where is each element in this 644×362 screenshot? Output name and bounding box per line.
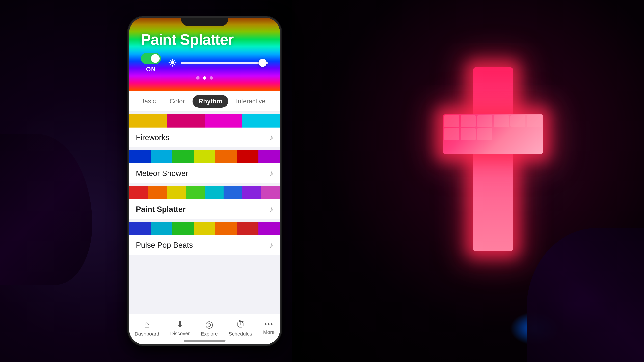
color-seg — [194, 222, 216, 235]
dashboard-icon: ⌂ — [144, 319, 150, 330]
led-cross — [443, 67, 544, 251]
color-seg — [242, 114, 280, 128]
effect-paint-splatter[interactable]: Paint Splatter ♪ — [129, 186, 280, 219]
pulse-pop-beats-color-strip — [129, 222, 280, 235]
app-title: Paint Splatter — [141, 31, 234, 48]
more-icon: ••• — [264, 321, 273, 328]
color-seg — [215, 150, 237, 163]
led-cell — [477, 128, 492, 140]
pagination-dot-2[interactable] — [203, 76, 206, 80]
phone-notch — [181, 17, 228, 26]
meteor-shower-color-strip — [129, 150, 280, 163]
nav-explore[interactable]: ◎ Explore — [201, 319, 218, 337]
color-seg — [148, 186, 167, 199]
color-seg — [172, 150, 194, 163]
tab-interactive[interactable]: Interactive — [230, 95, 271, 108]
color-seg — [224, 186, 242, 199]
explore-label: Explore — [201, 331, 218, 337]
home-indicator — [184, 340, 226, 342]
color-seg — [129, 222, 151, 235]
color-seg — [237, 150, 258, 163]
color-seg — [167, 186, 186, 199]
led-cell — [494, 115, 509, 127]
led-cell — [461, 128, 476, 140]
cross-horizontal — [443, 114, 544, 154]
brightness-thumb — [258, 59, 267, 67]
tab-basic[interactable]: Basic — [134, 95, 162, 108]
paint-splatter-row: Paint Splatter ♪ — [129, 199, 280, 219]
led-display — [434, 59, 552, 277]
nav-more[interactable]: ••• More — [263, 321, 274, 335]
effect-fireworks[interactable]: Fireworks ♪ — [129, 114, 280, 147]
toggle-label: ON — [146, 66, 156, 73]
effect-pulse-pop-beats[interactable]: Pulse Pop Beats ♪ — [129, 222, 280, 255]
brightness-group: ☀ — [168, 57, 268, 69]
white-content-area: Basic Color Rhythm Interactive — [129, 91, 280, 345]
color-seg — [242, 186, 261, 199]
effects-list: Fireworks ♪ — [129, 111, 280, 318]
dashboard-label: Dashboard — [135, 331, 159, 337]
fireworks-color-strip — [129, 114, 280, 128]
pulse-pop-beats-label: Pulse Pop Beats — [136, 241, 193, 250]
discover-icon: ⬇ — [176, 319, 184, 329]
led-cell — [527, 115, 542, 127]
color-seg — [151, 222, 172, 235]
color-seg — [172, 222, 194, 235]
led-cell — [444, 115, 459, 127]
paint-splatter-label: Paint Splatter — [136, 205, 186, 214]
paint-splatter-music-icon: ♪ — [269, 204, 273, 214]
led-cell — [477, 115, 492, 127]
pulse-pop-beats-music-icon: ♪ — [269, 240, 273, 250]
color-seg — [129, 114, 167, 128]
meteor-shower-label: Meteor Shower — [136, 169, 188, 178]
color-seg — [167, 114, 204, 128]
color-seg — [129, 150, 151, 163]
nav-discover[interactable]: ⬇ Discover — [170, 319, 190, 336]
toggle-knob — [151, 54, 160, 63]
color-seg — [204, 114, 242, 128]
effect-meteor-shower[interactable]: Meteor Shower ♪ — [129, 150, 280, 183]
explore-icon: ◎ — [205, 319, 213, 330]
cross-vertical — [473, 67, 513, 251]
tab-bar: Basic Color Rhythm Interactive — [129, 91, 280, 111]
toggle-group: ON — [141, 53, 161, 73]
bottom-nav: ⌂ Dashboard ⬇ Discover ◎ Explore ⏱ Sched… — [129, 314, 280, 345]
pagination-dots — [196, 76, 213, 80]
brightness-slider[interactable] — [180, 62, 268, 64]
nav-dashboard[interactable]: ⌂ Dashboard — [135, 319, 159, 337]
color-seg — [186, 186, 205, 199]
meteor-shower-row: Meteor Shower ♪ — [129, 163, 280, 183]
fireworks-label: Fireworks — [136, 133, 169, 142]
color-seg — [215, 222, 237, 235]
led-cell — [461, 115, 476, 127]
schedules-icon: ⏱ — [236, 319, 245, 330]
color-seg — [258, 222, 280, 235]
color-seg — [261, 186, 280, 199]
paint-splatter-color-strip — [129, 186, 280, 199]
phone-wrapper: Paint Splatter ON ☀ — [129, 17, 280, 345]
discover-label: Discover — [170, 331, 190, 336]
nav-schedules[interactable]: ⏱ Schedules — [229, 319, 252, 337]
phone-content: Paint Splatter ON ☀ — [129, 17, 280, 345]
tab-rhythm[interactable]: Rhythm — [192, 95, 228, 108]
schedules-label: Schedules — [229, 331, 252, 337]
color-seg — [237, 222, 258, 235]
color-seg — [129, 186, 148, 199]
fireworks-row: Fireworks ♪ — [129, 128, 280, 147]
controls-row: ON ☀ — [141, 53, 268, 73]
color-seg — [204, 186, 224, 199]
brightness-icon: ☀ — [168, 57, 177, 69]
more-label: More — [263, 329, 274, 335]
color-seg — [151, 150, 172, 163]
tab-color[interactable]: Color — [164, 95, 191, 108]
power-toggle[interactable] — [141, 53, 161, 64]
phone: Paint Splatter ON ☀ — [129, 17, 280, 345]
led-cell — [510, 115, 526, 127]
color-seg — [194, 150, 216, 163]
color-seg — [258, 150, 280, 163]
pagination-dot-1[interactable] — [196, 76, 200, 80]
pagination-dot-3[interactable] — [210, 76, 213, 80]
pulse-pop-beats-row: Pulse Pop Beats ♪ — [129, 235, 280, 255]
fireworks-music-icon: ♪ — [269, 133, 273, 142]
meteor-shower-music-icon: ♪ — [269, 168, 273, 178]
